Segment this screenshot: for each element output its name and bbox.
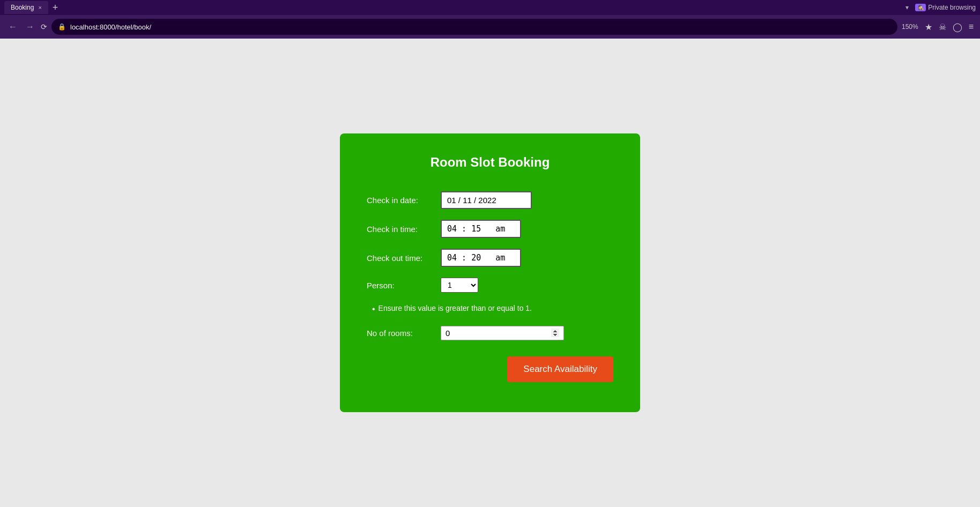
- url-text: localhost:8000/hotel/book/: [70, 23, 151, 31]
- refresh-button[interactable]: ⟳: [41, 23, 47, 31]
- address-bar[interactable]: 🔒 localhost:8000/hotel/book/: [51, 19, 897, 35]
- tab-title: Booking: [11, 4, 34, 11]
- new-tab-button[interactable]: +: [53, 2, 58, 13]
- check-out-time-input[interactable]: [441, 249, 521, 267]
- check-out-time-group: Check out time:: [367, 249, 613, 267]
- search-availability-button[interactable]: Search Availability: [507, 356, 613, 382]
- security-icon: 🔒: [58, 23, 66, 31]
- tab-close-button[interactable]: ×: [38, 4, 41, 11]
- no-of-rooms-input[interactable]: [441, 326, 564, 340]
- form-actions: Search Availability: [367, 351, 613, 382]
- person-label: Person:: [367, 281, 436, 290]
- private-browsing-label: Private browsing: [928, 4, 976, 11]
- menu-icon[interactable]: ≡: [969, 22, 974, 32]
- form-title: Room Slot Booking: [367, 155, 613, 170]
- back-button[interactable]: ←: [6, 20, 19, 34]
- check-in-time-group: Check in time:: [367, 220, 613, 238]
- check-in-time-input[interactable]: [441, 220, 521, 238]
- validation-bullet: •: [372, 303, 375, 315]
- active-tab[interactable]: Booking ×: [4, 1, 48, 14]
- check-in-date-label: Check in date:: [367, 196, 436, 205]
- person-select[interactable]: 1 2 3 4 5: [441, 278, 478, 293]
- profile-icon[interactable]: ◯: [953, 22, 962, 32]
- check-in-date-group: Check in date:: [367, 191, 613, 209]
- bookmark-icon[interactable]: ★: [925, 22, 932, 32]
- private-browsing-indicator: ▾ 🕵 Private browsing: [905, 4, 976, 11]
- zoom-level: 150%: [902, 23, 918, 31]
- page-content: Room Slot Booking Check in date: Check i…: [0, 39, 980, 507]
- forward-button[interactable]: →: [24, 20, 36, 34]
- check-out-time-label: Check out time:: [367, 253, 436, 263]
- validation-message: • Ensure this value is greater than or e…: [372, 303, 613, 315]
- person-group: Person: 1 2 3 4 5: [367, 278, 613, 293]
- browser-toolbar: ← → ⟳ 🔒 localhost:8000/hotel/book/ 150% …: [0, 15, 980, 39]
- check-in-time-label: Check in time:: [367, 225, 436, 234]
- shield-icon[interactable]: ☠: [939, 22, 946, 32]
- check-in-date-input[interactable]: [441, 191, 532, 209]
- validation-text: Ensure this value is greater than or equ…: [378, 303, 532, 314]
- private-icon: 🕵: [915, 4, 926, 11]
- tab-area: Booking × +: [4, 1, 58, 14]
- toolbar-right: 150% ★ ☠ ◯ ≡: [902, 22, 974, 32]
- no-of-rooms-group: No of rooms:: [367, 326, 613, 340]
- dropdown-arrow[interactable]: ▾: [905, 4, 909, 11]
- booking-form-card: Room Slot Booking Check in date: Check i…: [340, 133, 640, 412]
- no-of-rooms-label: No of rooms:: [367, 329, 436, 338]
- browser-titlebar: Booking × + ▾ 🕵 Private browsing: [0, 0, 980, 15]
